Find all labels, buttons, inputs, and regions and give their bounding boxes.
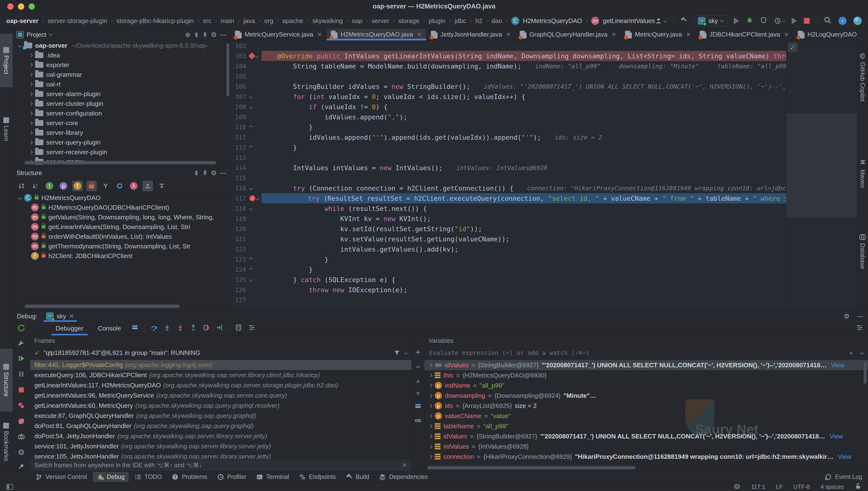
chevron-right-icon[interactable] bbox=[29, 121, 33, 125]
chevron-right-icon[interactable] bbox=[29, 63, 33, 67]
close-icon[interactable]: ✕ bbox=[69, 313, 74, 320]
code-line[interactable]: 106 StringBuilder idValues = new StringB… bbox=[231, 81, 786, 91]
code-line[interactable]: 124 } bbox=[231, 264, 786, 275]
hide-panel-icon[interactable]: — bbox=[220, 169, 227, 177]
code-line[interactable]: 114 IntValues intValues = new IntValues(… bbox=[231, 163, 786, 173]
editor-tab[interactable]: JDBCHikariCPClient.java ✕ bbox=[695, 29, 793, 40]
autoscroll-to-source-icon[interactable] bbox=[142, 181, 153, 191]
code-line[interactable]: 117 ✓ try (ResultSet resultSet = h2Clien… bbox=[231, 193, 786, 203]
project-tree-item[interactable]: server-library bbox=[12, 128, 230, 138]
tool-strip-item-bookmarks[interactable]: Bookmarks bbox=[0, 412, 12, 472]
code-line[interactable]: 104 String tableName = ModelName.build(d… bbox=[231, 61, 786, 71]
step-into-icon[interactable] bbox=[164, 324, 171, 333]
breadcrumb-item[interactable]: storage-jdbc-hikaricp-plugin bbox=[116, 17, 194, 25]
structure-member[interactable]: mgetLinearIntValues(String, Downsampling… bbox=[12, 222, 230, 232]
project-view-dropdown-icon[interactable] bbox=[49, 32, 53, 36]
breadcrumb-item[interactable]: jdbc bbox=[455, 17, 466, 25]
breadcrumb-item[interactable]: org bbox=[264, 17, 273, 25]
stack-frame-row[interactable]: getLinearIntValues:60, MetricQuery (org.… bbox=[30, 401, 411, 411]
evaluate-expression-input[interactable]: Evaluate expression (⏎) or add a watch (… bbox=[424, 346, 868, 360]
profiler-button[interactable] bbox=[774, 17, 785, 25]
variable-row[interactable]: p valueCName ="value" bbox=[424, 411, 868, 421]
line-number[interactable]: 112 bbox=[231, 144, 250, 151]
show-anonymous-classes-icon[interactable] bbox=[100, 181, 111, 191]
line-number[interactable]: 107 bbox=[231, 93, 250, 100]
gear-icon[interactable]: ⚙ bbox=[211, 169, 217, 177]
code-line[interactable]: 127 bbox=[231, 295, 786, 305]
code-line[interactable]: 116 try (Connection connection = h2Clien… bbox=[231, 183, 786, 193]
drop-frame-icon[interactable] bbox=[203, 324, 210, 333]
close-tab-icon[interactable]: ✕ bbox=[506, 31, 511, 38]
project-tree-item[interactable]: exporter bbox=[12, 60, 230, 70]
mute-breakpoints-icon[interactable] bbox=[17, 417, 25, 427]
code-line[interactable]: 115 bbox=[231, 173, 786, 183]
remove-watch-icon[interactable]: − bbox=[415, 362, 421, 372]
user-menu[interactable] bbox=[655, 17, 666, 25]
run-button[interactable] bbox=[734, 18, 739, 24]
inspections-ok-icon[interactable]: ✓ bbox=[788, 42, 798, 52]
stack-frame-row[interactable]: doPost:81, GraphQLQueryHandler (org.apac… bbox=[30, 421, 411, 431]
breadcrumb-item[interactable]: server bbox=[372, 17, 389, 25]
hide-panel-icon[interactable]: — bbox=[857, 312, 864, 320]
code-line[interactable]: 125 } catch (SQLException e) { bbox=[231, 275, 786, 285]
chevron-down-icon[interactable] bbox=[860, 351, 864, 355]
debugger-tab-debugger[interactable]: Debugger bbox=[51, 322, 88, 335]
minimize-window-button[interactable] bbox=[18, 3, 24, 10]
fold-icon[interactable] bbox=[249, 186, 253, 190]
tool-strip-item-maven[interactable]: Maven bbox=[857, 145, 868, 203]
chevron-right-icon[interactable] bbox=[429, 373, 433, 377]
chevron-right-icon[interactable] bbox=[29, 53, 33, 57]
variable-row[interactable]: p indName ="all_p99" bbox=[424, 380, 868, 391]
breadcrumb-item[interactable]: dao bbox=[492, 17, 502, 25]
code-line[interactable]: 113 bbox=[231, 152, 786, 163]
autoscroll-from-source-icon[interactable] bbox=[156, 181, 167, 191]
project-tree-item[interactable]: .idea bbox=[12, 50, 230, 60]
stack-frame-row[interactable]: doPost:54, JettyJsonHandler (org.apache.… bbox=[30, 431, 411, 441]
toolwindow-button-dependencies[interactable]: Dependencies bbox=[375, 472, 432, 482]
status-file-encoding[interactable]: UTF-8 bbox=[793, 484, 810, 490]
chevron-right-icon[interactable] bbox=[29, 111, 33, 115]
structure-member[interactable]: mgetThermodynamic(String, Downsampling, … bbox=[12, 241, 230, 251]
breadcrumb-method[interactable]: getLinearIntValues bbox=[603, 17, 655, 25]
tool-strip-item-learn[interactable]: Learn bbox=[0, 101, 12, 157]
chevron-down-icon[interactable] bbox=[18, 44, 22, 48]
show-non-public-icon[interactable] bbox=[86, 181, 97, 191]
run-to-cursor-icon[interactable] bbox=[216, 324, 223, 333]
sort-by-visibility-icon[interactable] bbox=[16, 181, 27, 191]
force-step-into-icon[interactable] bbox=[177, 324, 184, 333]
project-tree-item[interactable]: server-alarm-plugin bbox=[12, 89, 230, 99]
fold-icon[interactable] bbox=[249, 125, 253, 129]
breadcrumb-item[interactable]: plugin bbox=[429, 17, 445, 25]
breadcrumb-item[interactable]: oap bbox=[352, 17, 362, 25]
editor-tab[interactable]: H2MetricsQueryDAO.java ✕ bbox=[326, 29, 426, 40]
collapse-all-icon[interactable]: ⇞ bbox=[202, 169, 207, 177]
breadcrumb-item[interactable]: h2 bbox=[475, 17, 483, 25]
fold-icon[interactable] bbox=[255, 54, 259, 58]
code-line[interactable]: 109 idValues.append(","); bbox=[231, 112, 786, 122]
toolwindow-button-debug[interactable]: Debug bbox=[93, 472, 128, 482]
chevron-right-icon[interactable] bbox=[429, 404, 433, 408]
line-number[interactable]: 121 bbox=[231, 236, 250, 242]
breadcrumb-item[interactable]: oap-server bbox=[6, 17, 38, 25]
code-line[interactable]: 110 } bbox=[231, 122, 786, 132]
update-button[interactable]: ↑ bbox=[838, 17, 847, 25]
stack-frame-row[interactable]: service:101, JettyJsonHandler (org.apach… bbox=[30, 441, 411, 452]
view-link[interactable]: View bbox=[838, 453, 851, 461]
line-number[interactable]: 114 bbox=[231, 164, 250, 171]
status-line-separator[interactable]: LF bbox=[776, 484, 783, 490]
toolwindow-button-endpoints[interactable]: Endpoints bbox=[295, 472, 340, 482]
line-number[interactable]: 110 bbox=[231, 124, 250, 131]
variables-horizontal-scrollbar[interactable] bbox=[427, 466, 636, 469]
chevron-right-icon[interactable] bbox=[29, 140, 33, 144]
editor-tab[interactable]: MetricQuery.java ✕ bbox=[621, 29, 695, 40]
evaluate-expression-icon[interactable] bbox=[235, 324, 242, 333]
code-line[interactable]: 111 idValues.append("'").append(ids.get(… bbox=[231, 132, 786, 142]
debug-button[interactable] bbox=[746, 17, 753, 25]
code-with-me-icon[interactable] bbox=[853, 17, 862, 25]
line-number[interactable]: 104 bbox=[231, 63, 250, 70]
code-line[interactable]: 112 } bbox=[231, 142, 786, 152]
toolwindow-button-problems[interactable]: Problems bbox=[168, 472, 211, 482]
code-line[interactable]: 120 kv.setId(resultSet.getString("id")); bbox=[231, 224, 786, 234]
expand-all-icon[interactable]: ⇟ bbox=[194, 169, 199, 177]
line-number[interactable]: 108 bbox=[231, 104, 250, 110]
